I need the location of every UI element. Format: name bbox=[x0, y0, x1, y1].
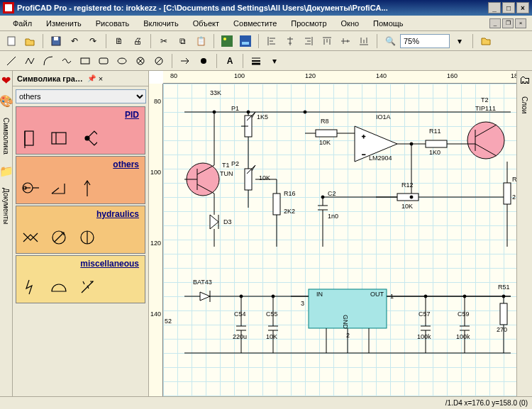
ellipse-tool[interactable] bbox=[113, 53, 131, 69]
zoom-dropdown-button[interactable]: ▾ bbox=[451, 33, 468, 49]
folder-yellow-button[interactable] bbox=[477, 33, 494, 49]
category-list: PID others hydraulics bbox=[13, 106, 148, 396]
arrow-tool[interactable] bbox=[177, 53, 194, 69]
category-label[interactable]: miscellaneous bbox=[16, 256, 145, 271]
pin-icon[interactable]: 📌 bbox=[87, 74, 96, 82]
symbol-icon[interactable] bbox=[21, 277, 40, 297]
cut-button[interactable]: ✂ bbox=[155, 33, 172, 49]
category-label[interactable]: others bbox=[16, 157, 145, 172]
svg-line-31 bbox=[55, 233, 63, 242]
menu-view[interactable]: Просмотр bbox=[284, 18, 333, 29]
menu-help[interactable]: Помощь bbox=[366, 18, 411, 29]
svg-rect-37 bbox=[426, 140, 447, 147]
redo-button[interactable]: ↷ bbox=[84, 33, 101, 49]
mdi-restore-button[interactable]: ❐ bbox=[502, 18, 514, 28]
svg-rect-5 bbox=[221, 35, 233, 47]
align-right-button[interactable] bbox=[300, 33, 317, 49]
menu-file[interactable]: Файл bbox=[6, 18, 39, 29]
mdi-close-button[interactable]: × bbox=[515, 18, 526, 28]
tab-symbols[interactable]: Символика bbox=[1, 115, 11, 157]
symbol-icon[interactable] bbox=[77, 277, 97, 297]
copy-button[interactable]: ⧉ bbox=[174, 33, 191, 49]
solid-circle-tool[interactable] bbox=[195, 53, 212, 69]
folder-icon[interactable]: 📁 bbox=[0, 164, 13, 178]
menu-object[interactable]: Объект bbox=[186, 18, 226, 29]
symbol-icon[interactable] bbox=[77, 178, 97, 198]
align-bottom-button[interactable] bbox=[355, 33, 372, 49]
svg-rect-21 bbox=[52, 133, 66, 144]
sidebar: Символика гра… 📌 × others PID others bbox=[13, 71, 149, 396]
symbol-icon[interactable] bbox=[49, 277, 69, 297]
print-button[interactable]: 🖨 bbox=[129, 33, 146, 49]
symbol-icon[interactable] bbox=[77, 228, 97, 247]
category-hydraulics[interactable]: hydraulics bbox=[16, 206, 145, 254]
menu-align[interactable]: Совместите bbox=[226, 18, 284, 29]
category-pid[interactable]: PID bbox=[16, 106, 145, 155]
palette-icon[interactable]: 🎨 bbox=[0, 94, 13, 108]
text-tool[interactable]: A bbox=[221, 53, 238, 69]
mdi-minimize-button[interactable]: _ bbox=[489, 18, 501, 28]
ruler-vertical: 80 100 120 140 bbox=[149, 84, 163, 396]
save-button[interactable] bbox=[48, 33, 65, 49]
menu-draw[interactable]: Рисовать bbox=[89, 18, 137, 29]
panel-close-button[interactable]: × bbox=[99, 74, 103, 83]
curve-tool[interactable] bbox=[58, 53, 75, 69]
svg-rect-43 bbox=[397, 194, 419, 201]
svg-point-48 bbox=[247, 111, 250, 113]
zoom-button[interactable]: 🔍 bbox=[382, 33, 399, 49]
right-tab-strip: 🗂 Слои bbox=[516, 71, 532, 396]
maximize-button[interactable]: □ bbox=[502, 2, 515, 13]
tab-layers[interactable]: Слои bbox=[520, 94, 529, 116]
symbol-icon[interactable] bbox=[21, 178, 40, 198]
align-left-button[interactable] bbox=[263, 33, 280, 49]
svg-point-55 bbox=[424, 295, 427, 298]
align-top-button[interactable] bbox=[318, 33, 336, 49]
category-label[interactable]: hydraulics bbox=[16, 206, 145, 222]
canvas[interactable]: +− bbox=[163, 84, 516, 396]
category-miscellaneous[interactable]: miscellaneous bbox=[16, 255, 145, 303]
symbol-icon[interactable] bbox=[49, 128, 69, 148]
tab-documents[interactable]: Документы bbox=[1, 185, 11, 228]
svg-point-52 bbox=[410, 142, 413, 145]
linewidth-button[interactable] bbox=[248, 53, 265, 69]
zoom-combo[interactable] bbox=[400, 34, 450, 48]
toolbar-draw: A ▾ bbox=[0, 51, 532, 71]
layers-icon[interactable]: 🗂 bbox=[519, 74, 531, 86]
menu-window[interactable]: Окно bbox=[334, 18, 367, 29]
menu-insert[interactable]: Включить bbox=[136, 18, 185, 29]
menu-edit[interactable]: Изменить bbox=[39, 18, 89, 29]
panel-header: Символика гра… 📌 × bbox=[13, 71, 148, 86]
line-tool[interactable] bbox=[3, 53, 20, 69]
open-button[interactable] bbox=[21, 33, 38, 49]
symbol-icon[interactable] bbox=[49, 178, 69, 198]
align-hcenter-button[interactable] bbox=[282, 33, 299, 49]
category-others[interactable]: others bbox=[16, 156, 145, 204]
svg-point-6 bbox=[223, 38, 226, 40]
category-label[interactable]: PID bbox=[16, 107, 145, 123]
arc-tool[interactable] bbox=[40, 53, 57, 69]
roundrect-tool[interactable] bbox=[95, 53, 112, 69]
symbol-icon[interactable] bbox=[21, 128, 40, 148]
symbol-icon[interactable] bbox=[49, 228, 69, 247]
polyline-tool[interactable] bbox=[21, 53, 38, 69]
paste-button[interactable]: 📋 bbox=[192, 33, 209, 49]
print-preview-button[interactable]: 🗎 bbox=[111, 33, 128, 49]
align-vcenter-button[interactable] bbox=[337, 33, 354, 49]
linewidth-dropdown[interactable]: ▾ bbox=[266, 53, 283, 69]
svg-point-51 bbox=[410, 196, 413, 198]
slash-circle-tool[interactable] bbox=[150, 53, 167, 69]
close-button[interactable]: × bbox=[516, 2, 529, 13]
symbol-icon[interactable] bbox=[21, 228, 40, 247]
undo-button[interactable]: ↶ bbox=[66, 33, 83, 49]
image2-button[interactable] bbox=[237, 33, 254, 49]
symbol-icon[interactable] bbox=[77, 128, 97, 148]
heart-icon[interactable]: ❤ bbox=[1, 74, 11, 87]
rect-tool[interactable] bbox=[77, 53, 94, 69]
minimize-button[interactable]: _ bbox=[488, 2, 501, 13]
image1-button[interactable] bbox=[218, 33, 235, 49]
category-select[interactable]: others bbox=[16, 89, 146, 103]
cross-circle-tool[interactable] bbox=[132, 53, 149, 69]
svg-rect-4 bbox=[54, 37, 58, 40]
new-button[interactable] bbox=[3, 33, 20, 49]
window-title: ProfiCAD Pro - registered to: irokkezz -… bbox=[17, 4, 388, 12]
